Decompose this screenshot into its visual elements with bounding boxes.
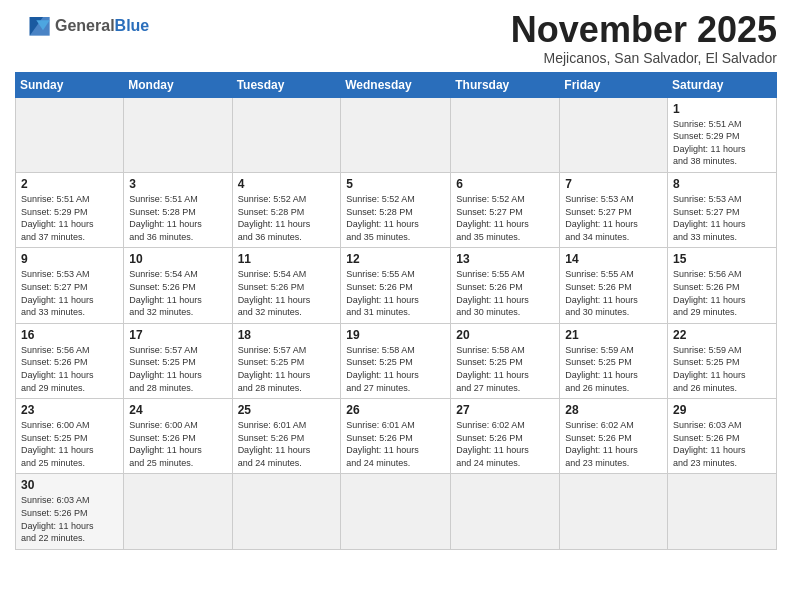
day-number: 9 [21, 252, 118, 266]
day-cell: 7Sunrise: 5:53 AM Sunset: 5:27 PM Daylig… [560, 172, 668, 247]
day-cell: 11Sunrise: 5:54 AM Sunset: 5:26 PM Dayli… [232, 248, 341, 323]
week-row-3: 9Sunrise: 5:53 AM Sunset: 5:27 PM Daylig… [16, 248, 777, 323]
day-number: 28 [565, 403, 662, 417]
day-cell: 8Sunrise: 5:53 AM Sunset: 5:27 PM Daylig… [668, 172, 777, 247]
day-info: Sunrise: 6:00 AM Sunset: 5:26 PM Dayligh… [129, 419, 226, 469]
day-cell: 13Sunrise: 5:55 AM Sunset: 5:26 PM Dayli… [451, 248, 560, 323]
day-cell [341, 97, 451, 172]
day-info: Sunrise: 6:00 AM Sunset: 5:25 PM Dayligh… [21, 419, 118, 469]
day-number: 8 [673, 177, 771, 191]
day-number: 14 [565, 252, 662, 266]
day-number: 5 [346, 177, 445, 191]
weekday-header-sunday: Sunday [16, 72, 124, 97]
day-cell [668, 474, 777, 549]
day-cell: 4Sunrise: 5:52 AM Sunset: 5:28 PM Daylig… [232, 172, 341, 247]
day-info: Sunrise: 5:54 AM Sunset: 5:26 PM Dayligh… [129, 268, 226, 318]
day-info: Sunrise: 5:52 AM Sunset: 5:27 PM Dayligh… [456, 193, 554, 243]
day-number: 7 [565, 177, 662, 191]
day-info: Sunrise: 5:58 AM Sunset: 5:25 PM Dayligh… [456, 344, 554, 394]
day-info: Sunrise: 5:52 AM Sunset: 5:28 PM Dayligh… [346, 193, 445, 243]
day-cell: 27Sunrise: 6:02 AM Sunset: 5:26 PM Dayli… [451, 399, 560, 474]
day-info: Sunrise: 5:53 AM Sunset: 5:27 PM Dayligh… [673, 193, 771, 243]
week-row-6: 30Sunrise: 6:03 AM Sunset: 5:26 PM Dayli… [16, 474, 777, 549]
day-cell [451, 474, 560, 549]
day-cell [124, 97, 232, 172]
day-cell [341, 474, 451, 549]
day-info: Sunrise: 5:53 AM Sunset: 5:27 PM Dayligh… [565, 193, 662, 243]
weekday-header-friday: Friday [560, 72, 668, 97]
day-cell: 5Sunrise: 5:52 AM Sunset: 5:28 PM Daylig… [341, 172, 451, 247]
day-cell: 1Sunrise: 5:51 AM Sunset: 5:29 PM Daylig… [668, 97, 777, 172]
day-cell: 2Sunrise: 5:51 AM Sunset: 5:29 PM Daylig… [16, 172, 124, 247]
day-cell: 6Sunrise: 5:52 AM Sunset: 5:27 PM Daylig… [451, 172, 560, 247]
day-number: 27 [456, 403, 554, 417]
day-number: 4 [238, 177, 336, 191]
month-title: November 2025 [511, 10, 777, 50]
weekday-header-monday: Monday [124, 72, 232, 97]
day-cell: 19Sunrise: 5:58 AM Sunset: 5:25 PM Dayli… [341, 323, 451, 398]
title-area: November 2025 Mejicanos, San Salvador, E… [511, 10, 777, 66]
day-cell: 14Sunrise: 5:55 AM Sunset: 5:26 PM Dayli… [560, 248, 668, 323]
day-cell: 30Sunrise: 6:03 AM Sunset: 5:26 PM Dayli… [16, 474, 124, 549]
day-number: 21 [565, 328, 662, 342]
day-cell: 16Sunrise: 5:56 AM Sunset: 5:26 PM Dayli… [16, 323, 124, 398]
day-number: 1 [673, 102, 771, 116]
day-cell: 28Sunrise: 6:02 AM Sunset: 5:26 PM Dayli… [560, 399, 668, 474]
day-number: 23 [21, 403, 118, 417]
day-number: 25 [238, 403, 336, 417]
day-info: Sunrise: 5:55 AM Sunset: 5:26 PM Dayligh… [565, 268, 662, 318]
day-cell: 10Sunrise: 5:54 AM Sunset: 5:26 PM Dayli… [124, 248, 232, 323]
day-number: 15 [673, 252, 771, 266]
day-cell [560, 474, 668, 549]
day-info: Sunrise: 6:02 AM Sunset: 5:26 PM Dayligh… [565, 419, 662, 469]
day-cell [232, 97, 341, 172]
day-number: 2 [21, 177, 118, 191]
day-cell: 15Sunrise: 5:56 AM Sunset: 5:26 PM Dayli… [668, 248, 777, 323]
day-info: Sunrise: 5:56 AM Sunset: 5:26 PM Dayligh… [21, 344, 118, 394]
day-info: Sunrise: 5:55 AM Sunset: 5:26 PM Dayligh… [456, 268, 554, 318]
day-number: 24 [129, 403, 226, 417]
day-cell: 12Sunrise: 5:55 AM Sunset: 5:26 PM Dayli… [341, 248, 451, 323]
day-cell [124, 474, 232, 549]
day-info: Sunrise: 5:57 AM Sunset: 5:25 PM Dayligh… [238, 344, 336, 394]
day-cell: 21Sunrise: 5:59 AM Sunset: 5:25 PM Dayli… [560, 323, 668, 398]
day-number: 6 [456, 177, 554, 191]
day-cell: 29Sunrise: 6:03 AM Sunset: 5:26 PM Dayli… [668, 399, 777, 474]
day-info: Sunrise: 5:53 AM Sunset: 5:27 PM Dayligh… [21, 268, 118, 318]
day-cell [451, 97, 560, 172]
logo: GeneralBlue [15, 15, 149, 37]
week-row-2: 2Sunrise: 5:51 AM Sunset: 5:29 PM Daylig… [16, 172, 777, 247]
day-number: 13 [456, 252, 554, 266]
weekday-header-tuesday: Tuesday [232, 72, 341, 97]
weekday-header-wednesday: Wednesday [341, 72, 451, 97]
location: Mejicanos, San Salvador, El Salvador [511, 50, 777, 66]
day-info: Sunrise: 6:03 AM Sunset: 5:26 PM Dayligh… [673, 419, 771, 469]
day-cell: 3Sunrise: 5:51 AM Sunset: 5:28 PM Daylig… [124, 172, 232, 247]
day-number: 26 [346, 403, 445, 417]
day-info: Sunrise: 5:51 AM Sunset: 5:29 PM Dayligh… [21, 193, 118, 243]
day-number: 22 [673, 328, 771, 342]
logo-icon [15, 17, 51, 37]
day-info: Sunrise: 5:51 AM Sunset: 5:29 PM Dayligh… [673, 118, 771, 168]
week-row-1: 1Sunrise: 5:51 AM Sunset: 5:29 PM Daylig… [16, 97, 777, 172]
day-info: Sunrise: 6:03 AM Sunset: 5:26 PM Dayligh… [21, 494, 118, 544]
day-number: 18 [238, 328, 336, 342]
day-number: 29 [673, 403, 771, 417]
day-cell [16, 97, 124, 172]
header: GeneralBlue November 2025 Mejicanos, San… [15, 10, 777, 66]
day-cell: 25Sunrise: 6:01 AM Sunset: 5:26 PM Dayli… [232, 399, 341, 474]
calendar: SundayMondayTuesdayWednesdayThursdayFrid… [15, 72, 777, 550]
day-number: 3 [129, 177, 226, 191]
day-number: 10 [129, 252, 226, 266]
weekday-header-thursday: Thursday [451, 72, 560, 97]
day-info: Sunrise: 6:02 AM Sunset: 5:26 PM Dayligh… [456, 419, 554, 469]
weekday-header-saturday: Saturday [668, 72, 777, 97]
day-cell: 24Sunrise: 6:00 AM Sunset: 5:26 PM Dayli… [124, 399, 232, 474]
day-number: 20 [456, 328, 554, 342]
day-cell: 22Sunrise: 5:59 AM Sunset: 5:25 PM Dayli… [668, 323, 777, 398]
day-info: Sunrise: 5:58 AM Sunset: 5:25 PM Dayligh… [346, 344, 445, 394]
day-number: 30 [21, 478, 118, 492]
day-info: Sunrise: 5:57 AM Sunset: 5:25 PM Dayligh… [129, 344, 226, 394]
day-info: Sunrise: 6:01 AM Sunset: 5:26 PM Dayligh… [238, 419, 336, 469]
day-cell: 26Sunrise: 6:01 AM Sunset: 5:26 PM Dayli… [341, 399, 451, 474]
